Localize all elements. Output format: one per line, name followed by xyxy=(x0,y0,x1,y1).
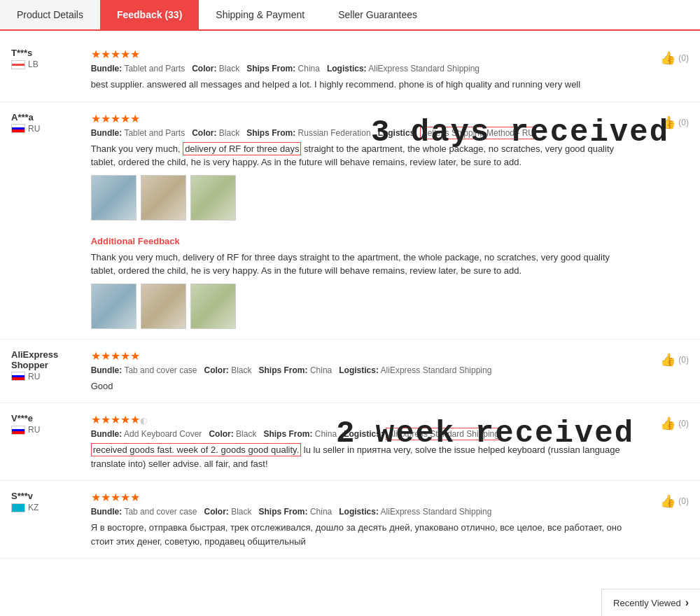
like-button[interactable]: 👍 (0) xyxy=(660,416,689,431)
flag-icon xyxy=(11,426,25,435)
like-button[interactable]: 👍 (0) xyxy=(660,50,689,66)
reviewer-name: A***a xyxy=(11,112,88,122)
logistics-highlight: Seller's Shipping Method - RU xyxy=(420,127,536,139)
review-image[interactable] xyxy=(141,175,186,220)
review-image[interactable] xyxy=(91,175,136,220)
reviewer-col: AliExpress Shopper RU xyxy=(11,349,88,382)
flag-icon xyxy=(11,124,25,133)
review-text: Thank you very much, delivery of RF for … xyxy=(91,142,623,169)
review-text: Я в восторге, отправка быстрая, трек отс… xyxy=(91,521,623,548)
reviewer-name: V***e xyxy=(11,413,88,424)
review-meta: Bundle: Tab and cover case Color: Black … xyxy=(91,365,623,375)
review-item: 3 days received A***a RU ★★★★★ Bundle: T… xyxy=(0,102,700,340)
review-item: AliExpress Shopper RU ★★★★★ Bundle: Tab … xyxy=(0,340,700,404)
highlighted-phrase: delivery of RF for three days xyxy=(183,142,301,155)
star-rating: ★★★★★ xyxy=(91,48,623,61)
star-rating: ★★★★★ xyxy=(91,491,623,504)
like-button[interactable]: 👍 (0) xyxy=(660,115,689,130)
review-item: S***v KZ ★★★★★ Bundle: Tab and cover cas… xyxy=(0,481,700,559)
review-text: Good xyxy=(91,379,623,393)
star-rating: ★★★★★ xyxy=(91,349,623,363)
logistics-highlight: AliExpress Standard Shipping xyxy=(386,428,501,440)
star-rating: ★★★★★ xyxy=(91,112,623,125)
review-images xyxy=(91,175,623,220)
tab-feedback[interactable]: Feedback (33) xyxy=(100,0,199,29)
thumbs-up-icon: 👍 xyxy=(660,50,676,66)
tab-seller-guarantees[interactable]: Seller Guarantees xyxy=(321,0,434,29)
review-meta: Bundle: Tablet and Parts Color: Black Sh… xyxy=(91,128,623,138)
additional-feedback-title: Additional Feedback xyxy=(91,236,623,246)
like-button[interactable]: 👍 (0) xyxy=(660,493,689,509)
review-meta: Bundle: Add Keyboard Cover Color: Black … xyxy=(91,429,623,439)
reviewer-name: AliExpress Shopper xyxy=(11,349,88,370)
review-text: received goods fast. week of 2. goods go… xyxy=(91,443,623,470)
review-content: ★★★★★ Bundle: Tablet and Parts Color: Bl… xyxy=(91,48,623,92)
review-text: best supplier. answered all messages and… xyxy=(91,78,623,92)
flag-icon xyxy=(11,60,25,69)
tab-product-details[interactable]: Product Details xyxy=(0,0,100,29)
highlighted-phrase: received goods fast. week of 2. goods go… xyxy=(91,443,302,456)
tab-shipping[interactable]: Shipping & Payment xyxy=(199,0,321,29)
review-content: ★★★★★ Bundle: Tab and cover case Color: … xyxy=(91,491,623,548)
thumbs-up-icon: 👍 xyxy=(660,352,676,368)
reviewer-country: LB xyxy=(11,59,88,69)
review-image[interactable] xyxy=(91,284,136,329)
thumbs-up-icon: 👍 xyxy=(660,493,676,509)
like-button[interactable]: 👍 (0) xyxy=(660,352,689,368)
review-item: T***s LB ★★★★★ Bundle: Tablet and Parts … xyxy=(0,38,700,102)
review-content: ★★★★★ Bundle: Tab and cover case Color: … xyxy=(91,349,623,393)
additional-feedback-images xyxy=(91,284,623,329)
flag-icon xyxy=(11,503,25,512)
review-image[interactable] xyxy=(190,284,236,329)
review-meta: Bundle: Tab and cover case Color: Black … xyxy=(91,507,623,517)
reviewer-name: T***s xyxy=(11,48,88,58)
additional-feedback-text: Thank you very much, delivery of RF for … xyxy=(91,251,623,278)
star-rating: ★★★★★◐ xyxy=(91,413,623,426)
flag-icon xyxy=(11,372,25,381)
reviewer-country: RU xyxy=(11,425,88,435)
review-content: ★★★★★◐ Bundle: Add Keyboard Cover Color:… xyxy=(91,413,623,470)
reviewer-name: S***v xyxy=(11,491,88,501)
reviewer-col: V***e RU xyxy=(11,413,88,435)
reviewer-col: T***s LB xyxy=(11,48,88,69)
thumbs-up-icon: 👍 xyxy=(660,115,676,130)
reviewer-col: A***a RU xyxy=(11,112,88,134)
tabs-bar: Product Details Feedback (33) Shipping &… xyxy=(0,0,700,31)
review-meta: Bundle: Tablet and Parts Color: Black Sh… xyxy=(91,64,623,74)
reviews-container: T***s LB ★★★★★ Bundle: Tablet and Parts … xyxy=(0,31,700,566)
thumbs-up-icon: 👍 xyxy=(660,416,676,431)
reviewer-col: S***v KZ xyxy=(11,491,88,512)
review-image[interactable] xyxy=(141,284,186,329)
reviewer-country: KZ xyxy=(11,503,88,512)
additional-feedback: Additional Feedback Thank you very much,… xyxy=(91,229,623,329)
reviewer-country: RU xyxy=(11,124,88,134)
reviewer-country: RU xyxy=(11,372,88,382)
review-content: ★★★★★ Bundle: Tablet and Parts Color: Bl… xyxy=(91,112,623,329)
review-image[interactable] xyxy=(190,175,236,220)
review-item: 2 week received V***e RU ★★★★★◐ Bundle: … xyxy=(0,403,700,481)
